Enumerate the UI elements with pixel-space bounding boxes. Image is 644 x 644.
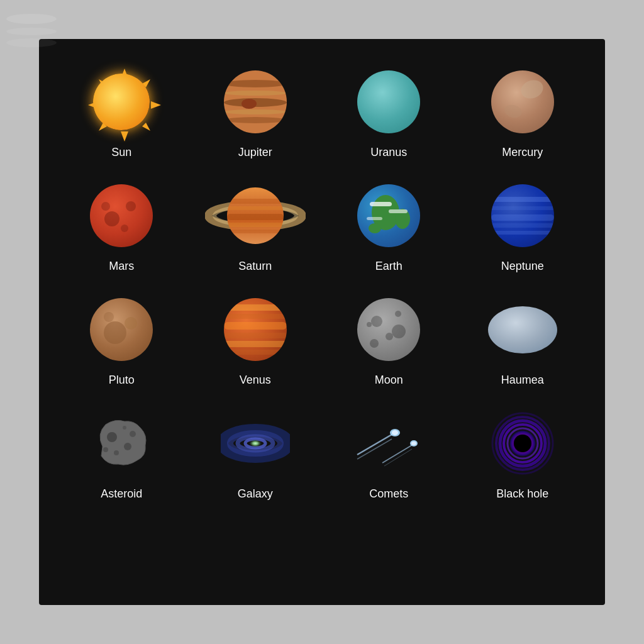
neptune-label: Neptune	[501, 260, 544, 273]
haumea-label: Haumea	[501, 374, 544, 387]
planet-grid: Sun Jupiter	[58, 64, 586, 501]
svg-line-59	[382, 444, 414, 463]
sun-body	[93, 74, 150, 130]
pluto-label: Pluto	[109, 374, 135, 387]
comets-icon	[351, 406, 426, 481]
svg-point-46	[114, 450, 119, 455]
pluto-svg	[90, 298, 153, 361]
cell-earth: Earth	[325, 178, 453, 273]
mars-body	[90, 184, 153, 247]
svg-point-8	[6, 14, 57, 24]
comets-label: Comets	[369, 487, 408, 501]
comets-svg	[354, 420, 423, 467]
svg-point-36	[125, 317, 137, 330]
mars-svg	[90, 184, 153, 247]
svg-rect-32	[491, 214, 554, 221]
galaxy-svg	[221, 418, 290, 469]
uranus-svg	[0, 0, 63, 63]
mercury-body	[491, 70, 554, 133]
jupiter-icon	[218, 64, 293, 140]
cell-haumea: Haumea	[459, 292, 587, 387]
cell-pluto: Pluto	[58, 292, 186, 387]
svg-point-9	[6, 28, 57, 35]
sun-icon	[84, 64, 159, 140]
saturn-wrapper	[218, 181, 293, 250]
svg-point-69	[514, 435, 531, 452]
svg-rect-33	[491, 223, 554, 228]
cell-uranus: Uranus	[325, 64, 453, 159]
uranus-label: Uranus	[370, 146, 407, 159]
svg-point-16	[101, 202, 110, 211]
galaxy-label: Galaxy	[238, 487, 273, 501]
svg-rect-29	[367, 217, 382, 220]
cell-comets: Comets	[325, 406, 453, 501]
svg-point-35	[104, 321, 126, 344]
svg-rect-20	[227, 206, 284, 210]
asteroid-icon	[84, 406, 159, 481]
haumea-body	[488, 306, 557, 353]
svg-rect-34	[491, 231, 554, 235]
cell-mercury: Mercury	[459, 64, 587, 159]
svg-rect-31	[491, 206, 554, 210]
cell-jupiter: Jupiter	[192, 64, 319, 159]
pluto-icon	[84, 292, 159, 367]
svg-rect-41	[224, 333, 287, 338]
svg-point-48	[103, 447, 108, 452]
uranus-icon	[351, 64, 426, 140]
comets-wrapper	[351, 418, 426, 469]
mercury-icon	[485, 64, 560, 140]
svg-point-49	[123, 426, 126, 430]
cell-venus: Venus	[192, 292, 319, 387]
saturn-label: Saturn	[238, 260, 272, 273]
jupiter-label: Jupiter	[238, 146, 272, 159]
haumea-wrapper	[485, 304, 560, 355]
saturn-icon	[218, 178, 293, 253]
jupiter-body	[224, 70, 287, 133]
blackhole-icon	[485, 406, 560, 481]
svg-point-26	[369, 223, 381, 233]
svg-line-56	[357, 439, 392, 459]
main-card: Sun Jupiter	[39, 39, 605, 605]
svg-point-62	[411, 441, 416, 445]
blackhole-label: Black hole	[496, 487, 548, 501]
saturn-stripe-svg	[227, 187, 284, 244]
galaxy-wrapper	[218, 415, 293, 472]
mercury-label: Mercury	[502, 146, 543, 159]
svg-rect-38	[224, 304, 287, 311]
svg-point-47	[130, 431, 136, 437]
cell-blackhole: Black hole	[459, 406, 587, 501]
cell-sun: Sun	[58, 64, 186, 159]
asteroid-label: Asteroid	[101, 487, 142, 501]
svg-rect-42	[224, 341, 287, 347]
pluto-body	[90, 298, 153, 361]
earth-body	[357, 184, 420, 247]
svg-rect-39	[224, 314, 287, 319]
sun-label: Sun	[111, 146, 131, 159]
cell-asteroid: Asteroid	[58, 406, 186, 501]
haumea-icon	[485, 292, 560, 367]
svg-rect-30	[491, 197, 554, 202]
galaxy-icon	[218, 406, 293, 481]
moon-icon	[351, 292, 426, 367]
asteroid-svg	[90, 415, 153, 472]
mars-icon	[84, 178, 159, 253]
svg-line-60	[384, 449, 412, 466]
svg-point-11	[518, 77, 545, 102]
svg-point-14	[126, 201, 136, 211]
svg-point-44	[107, 432, 117, 442]
svg-point-58	[392, 430, 398, 435]
svg-rect-21	[227, 214, 284, 220]
earth-icon	[351, 178, 426, 253]
svg-point-45	[124, 443, 131, 450]
svg-rect-40	[224, 322, 287, 330]
svg-rect-43	[224, 350, 287, 355]
cell-mars: Mars	[58, 178, 186, 273]
svg-point-37	[104, 312, 114, 322]
saturn-body	[227, 187, 284, 244]
svg-line-55	[357, 433, 395, 455]
earth-label: Earth	[375, 260, 402, 273]
earth-svg	[357, 184, 420, 247]
svg-rect-19	[227, 199, 284, 204]
svg-point-12	[503, 103, 523, 120]
neptune-body	[491, 184, 554, 247]
